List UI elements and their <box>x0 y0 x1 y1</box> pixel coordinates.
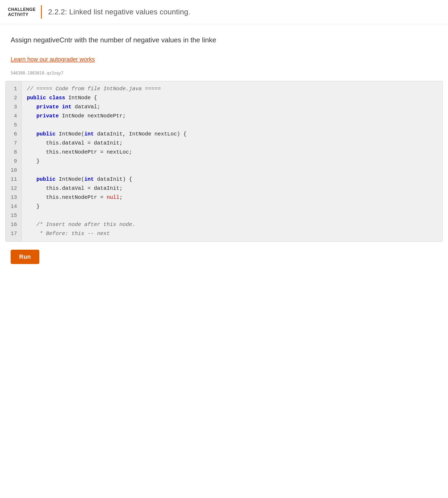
line-num-16: 16 <box>10 220 17 229</box>
challenge-title: 2.2.2: Linked list negative values count… <box>48 8 190 16</box>
line-num-4: 4 <box>10 112 17 121</box>
code-line-10 <box>27 166 437 175</box>
autograder-link-area: Learn how our autograder works <box>0 51 448 68</box>
line-num-5: 5 <box>10 121 17 130</box>
session-id: 546390.1983010.qx3zqy7 <box>11 71 64 76</box>
line-num-14: 14 <box>10 202 17 211</box>
code-line-6: public IntNode(int dataInit, IntNode nex… <box>27 130 437 139</box>
code-line-8: this.nextNodePtr = nextLoc; <box>27 148 437 157</box>
line-num-1: 1 <box>10 84 17 93</box>
code-line-14: } <box>27 202 437 211</box>
code-line-11: public IntNode(int dataInit) { <box>27 175 437 184</box>
run-button-area: Run <box>0 244 448 269</box>
line-num-12: 12 <box>10 184 17 193</box>
code-line-1: // ===== Code from file IntNode.java ===… <box>27 84 437 93</box>
line-num-15: 15 <box>10 211 17 220</box>
code-line-12: this.dataVal = dataInit; <box>27 184 437 193</box>
challenge-header: CHALLENGE ACTIVITY 2.2.2: Linked list ne… <box>0 0 448 24</box>
challenge-label: CHALLENGE ACTIVITY <box>8 7 36 17</box>
challenge-label-line2: ACTIVITY <box>8 12 36 17</box>
line-num-11: 11 <box>10 175 17 184</box>
line-num-8: 8 <box>10 148 17 157</box>
code-line-13: this.nextNodePtr = null; <box>27 193 437 202</box>
session-id-area: 546390.1983010.qx3zqy7 <box>0 68 448 78</box>
challenge-label-line1: CHALLENGE <box>8 7 36 12</box>
code-content: 1 2 3 4 5 6 7 8 9 10 11 12 13 14 15 16 1… <box>6 81 442 241</box>
line-num-10: 10 <box>10 166 17 175</box>
code-line-16: /* Insert node after this node. <box>27 220 437 229</box>
description-text: Assign negativeCntr with the number of n… <box>11 35 437 45</box>
line-num-9: 9 <box>10 157 17 166</box>
code-lines-area: // ===== Code from file IntNode.java ===… <box>22 81 442 241</box>
line-numbers: 1 2 3 4 5 6 7 8 9 10 11 12 13 14 15 16 1… <box>6 81 22 241</box>
autograder-link[interactable]: Learn how our autograder works <box>11 56 95 63</box>
code-line-17: * Before: this -- next <box>27 229 437 238</box>
code-line-15 <box>27 211 437 220</box>
header-divider <box>41 5 42 19</box>
code-line-2: public class IntNode { <box>27 93 437 102</box>
description-area: Assign negativeCntr with the number of n… <box>0 24 448 51</box>
code-line-5 <box>27 121 437 130</box>
line-num-13: 13 <box>10 193 17 202</box>
code-editor[interactable]: 1 2 3 4 5 6 7 8 9 10 11 12 13 14 15 16 1… <box>5 81 443 242</box>
line-num-7: 7 <box>10 139 17 148</box>
line-num-2: 2 <box>10 93 17 102</box>
line-num-3: 3 <box>10 102 17 112</box>
line-num-17: 17 <box>10 229 17 238</box>
line-num-6: 6 <box>10 130 17 139</box>
code-line-9: } <box>27 157 437 166</box>
code-line-3: private int dataVal; <box>27 102 437 112</box>
code-line-4: private IntNode nextNodePtr; <box>27 112 437 121</box>
code-line-7: this.dataVal = dataInit; <box>27 139 437 148</box>
run-button[interactable]: Run <box>11 250 39 264</box>
